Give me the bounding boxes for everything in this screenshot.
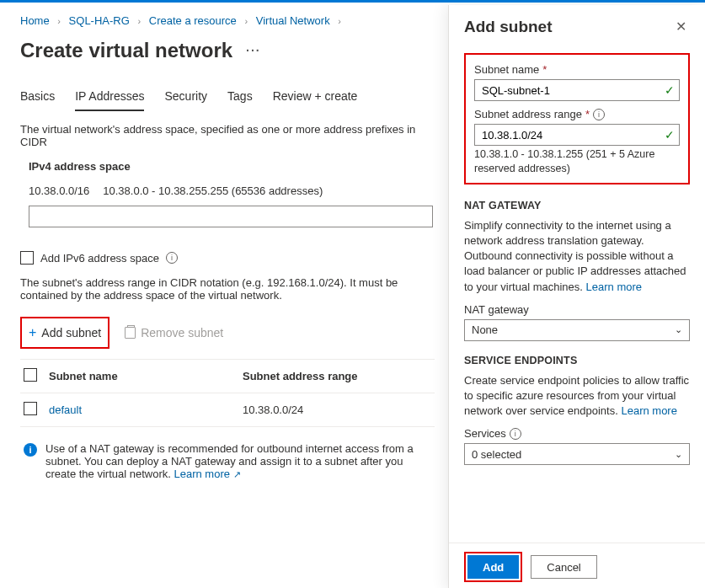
- info-icon[interactable]: i: [510, 428, 521, 440]
- service-endpoints-description: Create service endpoint policies to allo…: [464, 373, 690, 420]
- tab-security[interactable]: Security: [164, 84, 207, 111]
- nat-gateway-title: NAT GATEWAY: [464, 200, 690, 211]
- breadcrumb-create-resource[interactable]: Create a resource: [149, 14, 237, 27]
- breadcrumb: Home › SQL-HA-RG › Create a resource › V…: [20, 11, 435, 35]
- trash-icon: [125, 327, 136, 339]
- breadcrumb-home[interactable]: Home: [20, 14, 50, 27]
- subnet-range-label: Subnet address range * i: [474, 108, 680, 120]
- panel-title: Add subnet: [464, 18, 553, 36]
- subnet-table-header: Subnet name Subnet address range: [20, 359, 435, 393]
- ipv4-cidr: 10.38.0.0/16: [29, 184, 89, 197]
- col-subnet-name: Subnet name: [49, 370, 243, 382]
- table-row: default 10.38.0.0/24: [20, 393, 435, 427]
- tab-ip-addresses[interactable]: IP Addresses: [75, 84, 144, 111]
- subnet-table: Subnet name Subnet address range default…: [20, 359, 435, 427]
- breadcrumb-vnet[interactable]: Virtual Network: [256, 14, 330, 27]
- row-checkbox[interactable]: [24, 402, 37, 415]
- chevron-right-icon: ›: [57, 16, 61, 26]
- subnet-range-value: 10.38.0.0/24: [243, 404, 431, 416]
- chevron-down-icon: ⌄: [675, 324, 682, 335]
- ipv4-address-row: 10.38.0.0/16 10.38.0.0 - 10.38.255.255 (…: [20, 178, 435, 206]
- add-subnet-highlight: + Add subnet: [20, 317, 109, 349]
- nat-gateway-description: Simplify connectivity to the internet us…: [464, 218, 690, 295]
- services-label: Services i: [464, 427, 690, 440]
- info-icon[interactable]: i: [593, 109, 605, 120]
- chevron-right-icon: ›: [244, 16, 248, 26]
- learn-more-link[interactable]: Learn more: [621, 404, 676, 417]
- ipv4-range: 10.38.0.0 - 10.38.255.255 (65536 address…: [103, 184, 323, 197]
- nat-gateway-label: NAT gateway: [464, 303, 690, 316]
- add-button[interactable]: Add: [467, 555, 519, 579]
- add-button-highlight: Add: [464, 552, 522, 582]
- info-icon: i: [24, 443, 37, 457]
- checkmark-icon: ✓: [665, 83, 675, 97]
- info-icon[interactable]: i: [166, 252, 178, 264]
- tab-basics[interactable]: Basics: [20, 84, 55, 111]
- chevron-right-icon: ›: [338, 16, 341, 26]
- ipv4-address-space-label: IPv4 address space: [20, 160, 435, 173]
- remove-subnet-button: Remove subnet: [125, 326, 223, 339]
- tab-tags[interactable]: Tags: [227, 84, 253, 111]
- service-endpoints-title: SERVICE ENDPOINTS: [464, 355, 690, 366]
- subnet-range-hint: 10.38.1.0 - 10.38.1.255 (251 + 5 Azure r…: [474, 147, 680, 176]
- breadcrumb-rg[interactable]: SQL-HA-RG: [69, 14, 130, 27]
- learn-more-link[interactable]: Learn more: [586, 281, 642, 293]
- services-select[interactable]: 0 selected ⌄: [464, 443, 690, 465]
- ipv6-label: Add IPv6 address space: [40, 252, 159, 265]
- plus-icon: +: [29, 325, 36, 340]
- subnet-name-input[interactable]: [474, 79, 680, 101]
- ipv4-address-input[interactable]: [29, 206, 433, 227]
- page-title: Create virtual network ···: [20, 39, 435, 62]
- subnet-name-label: Subnet name *: [474, 63, 680, 76]
- tab-strip: Basics IP Addresses Security Tags Review…: [20, 84, 435, 111]
- panel-footer: Add Cancel: [449, 543, 705, 588]
- add-subnet-button[interactable]: + Add subnet: [27, 322, 103, 344]
- ipv6-checkbox[interactable]: [20, 251, 34, 265]
- subnet-description: The subnet's address range in CIDR notat…: [20, 276, 435, 302]
- tab-review-create[interactable]: Review + create: [273, 84, 358, 111]
- cancel-button[interactable]: Cancel: [531, 555, 596, 579]
- chevron-down-icon: ⌄: [675, 449, 682, 460]
- checkmark-icon: ✓: [665, 128, 675, 142]
- close-icon[interactable]: ✕: [672, 15, 690, 38]
- add-subnet-panel: Add subnet ✕ Subnet name * ✓ Subnet addr…: [448, 5, 705, 588]
- nat-info-banner: i Use of a NAT gateway is recommended fo…: [20, 442, 435, 480]
- subnet-range-input[interactable]: [474, 124, 680, 146]
- select-all-checkbox[interactable]: [24, 368, 37, 382]
- chevron-right-icon: ›: [137, 16, 141, 26]
- more-icon[interactable]: ···: [246, 44, 261, 57]
- learn-more-link[interactable]: Learn more ↗: [174, 468, 240, 480]
- subnet-fields-highlight: Subnet name * ✓ Subnet address range * i…: [464, 53, 690, 184]
- subnet-name-link[interactable]: default: [49, 404, 82, 416]
- nat-gateway-select[interactable]: None ⌄: [464, 319, 690, 341]
- external-link-icon: ↗: [233, 469, 241, 479]
- address-space-description: The virtual network's address space, spe…: [20, 123, 435, 148]
- col-subnet-range: Subnet address range: [243, 370, 431, 382]
